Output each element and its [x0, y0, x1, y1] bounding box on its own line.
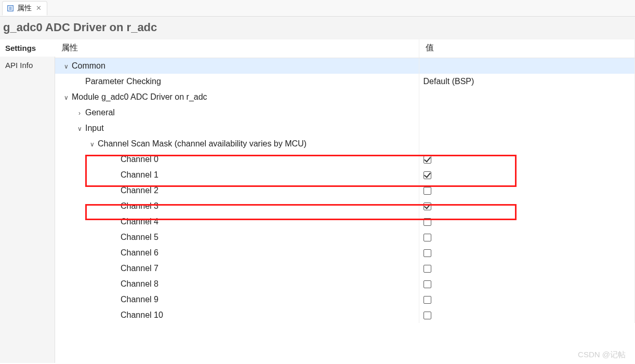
tree-label: Channel 7 — [121, 264, 158, 273]
value-cell[interactable] — [419, 261, 635, 276]
tree-node-general[interactable]: General — [55, 105, 635, 120]
properties-icon — [7, 5, 14, 12]
tree-label: Common — [72, 61, 105, 70]
checkbox[interactable] — [424, 265, 431, 273]
tree-label: Module g_adc0 ADC Driver on r_adc — [72, 92, 207, 101]
checkbox[interactable] — [424, 296, 431, 304]
tree-label: Channel 6 — [121, 248, 158, 257]
property-table: 属性 值 Common Parameter Checking Default (… — [55, 39, 635, 323]
value-cell[interactable] — [419, 214, 635, 230]
tree-leaf-parameter-checking[interactable]: Parameter Checking Default (BSP) — [55, 74, 635, 89]
value-cell[interactable] — [419, 152, 635, 167]
tree-label: Parameter Checking — [85, 77, 161, 86]
tree-label: Input — [85, 124, 104, 132]
properties-tab[interactable]: 属性 ✕ — [2, 1, 47, 16]
tree-label: Channel 4 — [121, 217, 158, 226]
tree-leaf-channel[interactable]: Channel 5 — [55, 230, 635, 245]
value-cell[interactable] — [419, 292, 635, 307]
tree-label: General — [85, 108, 115, 117]
value-cell[interactable]: Default (BSP) — [419, 74, 635, 89]
column-header-attr[interactable]: 属性 — [55, 39, 419, 58]
checkbox[interactable] — [424, 203, 431, 210]
chevron-right-icon[interactable] — [76, 110, 83, 117]
side-tab-api-info[interactable]: API Info — [0, 57, 55, 74]
tree-node-module[interactable]: Module g_adc0 ADC Driver on r_adc — [55, 89, 635, 105]
tree-label: Channel 10 — [121, 311, 163, 319]
side-tab-list: Settings API Info — [0, 39, 55, 363]
value-cell[interactable] — [419, 276, 635, 292]
tree-leaf-channel[interactable]: Channel 6 — [55, 245, 635, 261]
value-cell[interactable] — [419, 307, 635, 323]
tree-leaf-channel[interactable]: Channel 3 — [55, 198, 635, 214]
side-tab-settings[interactable]: Settings — [0, 39, 55, 57]
view-tab-strip: 属性 ✕ — [0, 0, 635, 17]
tree-leaf-channel[interactable]: Channel 4 — [55, 214, 635, 230]
checkbox[interactable] — [424, 234, 431, 241]
value-cell[interactable] — [419, 183, 635, 198]
chevron-down-icon[interactable] — [88, 141, 96, 148]
checkbox[interactable] — [424, 156, 431, 164]
tree-node-common[interactable]: Common — [55, 58, 635, 74]
tree-label: Channel 8 — [121, 279, 158, 288]
tree-leaf-channel[interactable]: Channel 10 — [55, 307, 635, 323]
tree-node-scan-mask[interactable]: Channel Scan Mask (channel availability … — [55, 136, 635, 152]
tree-label: Channel 2 — [121, 186, 158, 195]
checkbox[interactable] — [424, 187, 431, 195]
tree-leaf-channel[interactable]: Channel 8 — [55, 276, 635, 292]
tree-label: Channel 3 — [121, 201, 158, 210]
tree-label: Channel 5 — [121, 233, 158, 241]
chevron-down-icon[interactable] — [62, 63, 70, 70]
column-header-value[interactable]: 值 — [419, 39, 635, 58]
tree-node-input[interactable]: Input — [55, 120, 635, 136]
tree-label: Channel Scan Mask (channel availability … — [98, 139, 307, 148]
tree-label: Channel 1 — [121, 170, 158, 179]
tree-label: Channel 0 — [121, 155, 158, 164]
value-cell[interactable] — [419, 245, 635, 261]
page-title: g_adc0 ADC Driver on r_adc — [0, 17, 635, 39]
tree-leaf-channel[interactable]: Channel 7 — [55, 261, 635, 276]
value-cell[interactable] — [419, 198, 635, 214]
checkbox[interactable] — [424, 312, 431, 319]
tree-leaf-channel[interactable]: Channel 9 — [55, 292, 635, 307]
checkbox[interactable] — [424, 280, 431, 288]
checkbox[interactable] — [424, 218, 431, 226]
tree-label: Channel 9 — [121, 295, 158, 304]
value-cell[interactable] — [419, 230, 635, 245]
chevron-down-icon[interactable] — [62, 94, 70, 101]
chevron-down-icon[interactable] — [76, 125, 83, 132]
value-cell[interactable] — [419, 167, 635, 183]
tree-leaf-channel[interactable]: Channel 0 — [55, 152, 635, 167]
tree-leaf-channel[interactable]: Channel 1 — [55, 167, 635, 183]
close-icon[interactable]: ✕ — [35, 4, 43, 12]
checkbox[interactable] — [424, 249, 431, 257]
tree-leaf-channel[interactable]: Channel 2 — [55, 183, 635, 198]
properties-tab-label: 属性 — [17, 4, 32, 13]
watermark: CSDN @记帖 — [578, 350, 626, 360]
checkbox[interactable] — [424, 171, 431, 179]
